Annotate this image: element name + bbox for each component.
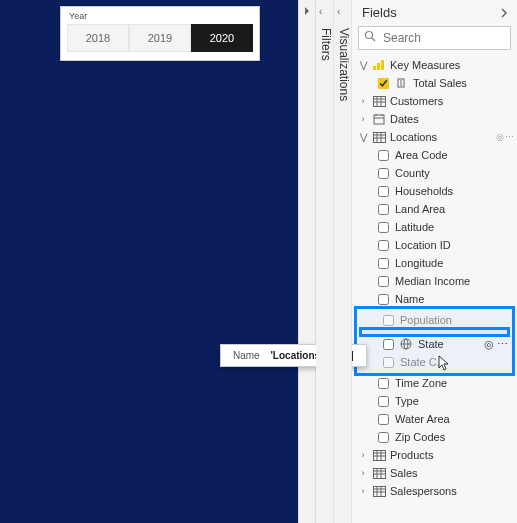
tooltip-label: Name: [233, 350, 260, 361]
field-row-longitude[interactable]: Longitude: [352, 254, 517, 272]
reveal-icon[interactable]: ◎ ⋯: [484, 338, 508, 351]
field-name: Latitude: [395, 221, 513, 233]
table-icon: [372, 95, 386, 107]
table-row-sales[interactable]: ›Sales: [352, 464, 517, 482]
field-name: Households: [395, 185, 513, 197]
field-checkbox[interactable]: [378, 78, 389, 89]
chevron-down-icon: ⋁: [358, 60, 368, 70]
field-row-state[interactable]: State◎ ⋯: [357, 335, 512, 353]
highlighted-field-box: PopulationState◎ ⋯State C...: [354, 306, 515, 376]
fields-search: [358, 26, 511, 50]
pane-collapse-strip[interactable]: [298, 0, 316, 523]
chevron-left-icon: ‹: [337, 6, 340, 17]
collapsed-panes: ‹ Filters ‹ Visualizations: [316, 0, 352, 523]
field-checkbox[interactable]: [378, 276, 389, 287]
field-checkbox[interactable]: [378, 258, 389, 269]
field-row-latitude[interactable]: Latitude: [352, 218, 517, 236]
field-row-area-code[interactable]: Area Code: [352, 146, 517, 164]
table-icon: [372, 467, 386, 479]
field-row-water-area[interactable]: Water Area: [352, 410, 517, 428]
reveal-icon[interactable]: ◎ ⋯: [496, 132, 513, 142]
chevron-right-icon: ›: [358, 96, 368, 106]
field-name: Longitude: [395, 257, 513, 269]
field-checkbox[interactable]: [378, 294, 389, 305]
svg-point-0: [366, 32, 373, 39]
field-name: Time Zone: [395, 377, 513, 389]
field-checkbox[interactable]: [378, 222, 389, 233]
field-name: Area Code: [395, 149, 513, 161]
table-row-products[interactable]: ›Products: [352, 446, 517, 464]
field-checkbox[interactable]: [383, 339, 394, 350]
field-name: Population: [400, 314, 508, 326]
field-checkbox[interactable]: [378, 432, 389, 443]
field-name: Location ID: [395, 239, 513, 251]
field-row-location-id[interactable]: Location ID: [352, 236, 517, 254]
table-row-key-measures[interactable]: ⋁Key Measures: [352, 56, 517, 74]
table-row-customers[interactable]: ›Customers: [352, 92, 517, 110]
globe-icon: [400, 338, 412, 350]
date-icon: [372, 113, 386, 125]
field-row-households[interactable]: Households: [352, 182, 517, 200]
measure-group-icon: [372, 59, 386, 71]
slicer-buttons: 201820192020: [67, 24, 253, 52]
field-checkbox[interactable]: [383, 357, 394, 368]
field-row-zip-codes[interactable]: Zip Codes: [352, 428, 517, 446]
chevron-right-icon: ›: [358, 486, 368, 496]
field-name: Zip Codes: [395, 431, 513, 443]
table-row-salespersons[interactable]: ›Salespersons: [352, 482, 517, 500]
measure-icon: [395, 77, 407, 89]
visualizations-label: Visualizations: [337, 28, 351, 101]
field-name: Total Sales: [413, 77, 513, 89]
field-checkbox[interactable]: [378, 204, 389, 215]
table-row-locations[interactable]: ⋁Locations◎ ⋯: [352, 128, 517, 146]
chevron-right-icon[interactable]: [499, 8, 509, 18]
field-row-type[interactable]: Type: [352, 392, 517, 410]
field-checkbox[interactable]: [378, 414, 389, 425]
fields-title: Fields: [362, 5, 397, 20]
year-button-2018[interactable]: 2018: [67, 24, 129, 52]
table-icon: [372, 131, 386, 143]
field-row-time-zone[interactable]: Time Zone: [352, 374, 517, 392]
field-checkbox[interactable]: [383, 315, 394, 326]
table-name: Locations: [390, 131, 492, 143]
chevron-right-icon: ›: [358, 468, 368, 478]
report-canvas[interactable]: Year 201820192020 Name 'Locations'[State…: [0, 0, 298, 523]
search-input[interactable]: [358, 26, 511, 50]
field-name: Name: [395, 293, 513, 305]
field-row-state-c-[interactable]: State C...: [357, 353, 512, 371]
field-name: State C...: [400, 356, 508, 368]
field-row-median-income[interactable]: Median Income: [352, 272, 517, 290]
field-checkbox[interactable]: [378, 378, 389, 389]
year-button-2019[interactable]: 2019: [129, 24, 191, 52]
slicer-title: Year: [67, 11, 253, 24]
field-name: State: [418, 338, 478, 350]
table-name: Products: [390, 449, 513, 461]
field-name: Land Area: [395, 203, 513, 215]
field-row-land-area[interactable]: Land Area: [352, 200, 517, 218]
filters-pane-collapsed[interactable]: ‹ Filters: [316, 0, 334, 523]
field-checkbox[interactable]: [378, 396, 389, 407]
field-checkbox[interactable]: [378, 240, 389, 251]
chevron-right-icon: [302, 6, 312, 16]
filters-label: Filters: [319, 28, 333, 61]
field-name: Type: [395, 395, 513, 407]
field-row-total-sales[interactable]: Total Sales: [352, 74, 517, 92]
year-button-2020[interactable]: 2020: [191, 24, 253, 52]
svg-rect-4: [381, 60, 384, 70]
field-checkbox[interactable]: [378, 150, 389, 161]
table-name: Sales: [390, 467, 513, 479]
fields-header: Fields: [352, 0, 517, 23]
svg-line-1: [372, 38, 375, 41]
year-slicer[interactable]: Year 201820192020: [60, 6, 260, 61]
svg-rect-2: [373, 66, 376, 70]
field-checkbox[interactable]: [378, 186, 389, 197]
field-row-county[interactable]: County: [352, 164, 517, 182]
field-row-population[interactable]: Population: [357, 311, 512, 329]
chevron-down-icon: ⋁: [358, 132, 368, 142]
search-icon: [364, 30, 376, 42]
field-name: Water Area: [395, 413, 513, 425]
field-checkbox[interactable]: [378, 168, 389, 179]
table-row-dates[interactable]: ›Dates: [352, 110, 517, 128]
visualizations-pane-collapsed[interactable]: ‹ Visualizations: [334, 0, 352, 523]
svg-rect-14: [374, 115, 384, 124]
